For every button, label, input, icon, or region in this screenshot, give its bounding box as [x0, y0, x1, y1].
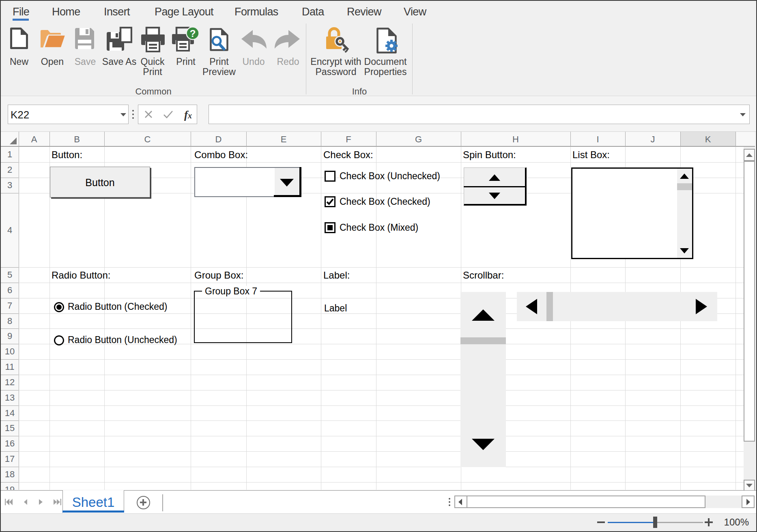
- svg-text:?: ?: [190, 28, 196, 39]
